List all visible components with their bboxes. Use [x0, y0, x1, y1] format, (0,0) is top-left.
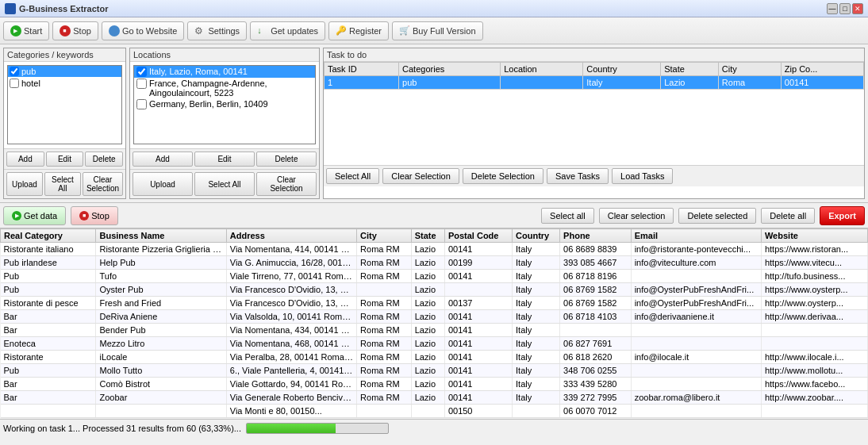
- data-area: Real Category Business Name Address City…: [0, 228, 868, 419]
- data-cell: Oyster Pub: [96, 283, 226, 297]
- locations-upload-button[interactable]: Upload: [133, 172, 193, 196]
- categories-upload-button[interactable]: Upload: [6, 172, 43, 196]
- col-real-category: Real Category: [1, 229, 96, 243]
- tasks-load-tasks-button[interactable]: Load Tasks: [612, 168, 673, 184]
- categories-edit-button[interactable]: Edit: [46, 152, 84, 167]
- close-button[interactable]: ✕: [852, 3, 863, 14]
- gear-icon: ⚙: [194, 25, 205, 36]
- data-row[interactable]: Ristorante di pesceFresh and FriedVia Fr…: [1, 297, 868, 310]
- location-checkbox-0[interactable]: [136, 67, 147, 77]
- location-item-2[interactable]: Germany, Berlin, Berlin, 10409: [134, 98, 315, 110]
- stop-button[interactable]: Stop: [52, 21, 98, 40]
- buy-button[interactable]: 🛒 Buy Full Version: [392, 21, 482, 40]
- categories-clear-selection-button[interactable]: Clear Selection: [83, 172, 123, 196]
- tasks-clear-selection-button[interactable]: Clear Selection: [382, 168, 459, 184]
- data-table-wrap[interactable]: Real Category Business Name Address City…: [0, 228, 868, 419]
- categories-select-all-button[interactable]: Select All: [44, 172, 81, 196]
- location-item-1[interactable]: France, Champagne-Ardenne, Aingoulaincou…: [134, 78, 315, 98]
- location-label-0: Italy, Lazio, Roma, 00141: [149, 67, 248, 76]
- data-cell: 6., Viale Pantelleria, 4, 00141 Roma RM: [226, 364, 356, 378]
- category-item-pub[interactable]: pub: [8, 66, 121, 77]
- data-row[interactable]: PubTufoViale Tirreno, 77, 00141 Roma RMR…: [1, 270, 868, 283]
- maximize-button[interactable]: □: [839, 3, 851, 14]
- data-cell: Comò Bistrot: [96, 378, 226, 391]
- data-row[interactable]: BarBender PubVia Nomentana, 434, 00141 R…: [1, 324, 868, 337]
- action-clear-selection-button[interactable]: Clear selection: [599, 208, 674, 224]
- data-cell: https://www.ristoran...: [761, 243, 867, 256]
- data-row[interactable]: PubOyster PubVia Francesco D'Ovidio, 13,…: [1, 283, 868, 297]
- locations-delete-button[interactable]: Delete: [256, 152, 317, 167]
- tasks-table-wrap[interactable]: Task ID Categories Location Country Stat…: [324, 62, 864, 133]
- action-select-all-button[interactable]: Select all: [541, 208, 594, 224]
- data-cell: Lazio: [411, 337, 444, 351]
- locations-edit-button[interactable]: Edit: [194, 152, 255, 167]
- minimize-button[interactable]: —: [827, 3, 838, 14]
- location-checkbox-2[interactable]: [136, 99, 147, 109]
- data-cell: Via Peralba, 28, 00141 Roma RM: [226, 351, 356, 364]
- start-label: Start: [24, 26, 42, 36]
- cart-icon: 🛒: [399, 25, 410, 36]
- categories-list[interactable]: pub hotel: [7, 65, 122, 144]
- data-row[interactable]: RistoranteiLocaleVia Peralba, 28, 00141 …: [1, 351, 868, 364]
- data-row[interactable]: Via Monti e 80, 00150...0015006 0070 701…: [1, 405, 868, 418]
- category-item-hotel[interactable]: hotel: [8, 78, 121, 89]
- col-state: State: [411, 229, 444, 243]
- register-label: Register: [349, 26, 382, 36]
- action-stop-button[interactable]: ■ Stop: [71, 206, 118, 225]
- action-delete-selected-button[interactable]: Delete selected: [678, 208, 756, 224]
- category-checkbox-hotel[interactable]: [10, 79, 19, 88]
- data-cell: [560, 324, 632, 337]
- data-cell: Roma RM: [357, 364, 412, 378]
- goto-website-button[interactable]: Go to Website: [102, 21, 185, 40]
- tasks-select-all-button[interactable]: Select All: [326, 168, 379, 184]
- category-checkbox-pub[interactable]: [10, 67, 19, 76]
- categories-delete-button[interactable]: Delete: [85, 152, 123, 167]
- data-row[interactable]: Ristorante italianoRistorante Pizzeria G…: [1, 243, 868, 256]
- data-cell: Via G. Animuccia, 16/28, 00199 Roma...: [226, 256, 356, 270]
- location-item-0[interactable]: Italy, Lazio, Roma, 00141: [134, 66, 315, 78]
- data-cell: [631, 270, 761, 283]
- export-button[interactable]: Export: [820, 206, 865, 225]
- locations-panel: Locations Italy, Lazio, Roma, 00141 Fran…: [129, 48, 320, 199]
- data-row[interactable]: EnotecaMezzo LitroVia Nomentana, 468, 00…: [1, 337, 868, 351]
- data-row[interactable]: BarDeRiva AnieneVia Valsolda, 10, 00141 …: [1, 310, 868, 324]
- data-row[interactable]: Pub irlandeseHelp PubVia G. Animuccia, 1…: [1, 256, 868, 270]
- get-data-button[interactable]: ▶ Get data: [3, 206, 66, 225]
- register-button[interactable]: 🔑 Register: [328, 21, 389, 40]
- locations-select-all-button[interactable]: Select All: [194, 172, 255, 196]
- data-row[interactable]: BarComò BistrotViale Gottardo, 94, 00141…: [1, 378, 868, 391]
- categories-add-button[interactable]: Add: [6, 152, 44, 167]
- start-button[interactable]: Start: [3, 21, 49, 40]
- tasks-delete-selection-button[interactable]: Delete Selection: [463, 168, 543, 184]
- data-cell: 00137: [444, 297, 512, 310]
- action-delete-all-button[interactable]: Delete all: [761, 208, 815, 224]
- data-cell: Pub: [1, 270, 96, 283]
- get-updates-button[interactable]: ↓ Get updates: [250, 21, 325, 40]
- action-stop-label: Stop: [91, 211, 109, 221]
- get-updates-label: Get updates: [271, 26, 318, 36]
- data-row[interactable]: PubMollo Tutto6., Viale Pantelleria, 4, …: [1, 364, 868, 378]
- data-cell: [411, 405, 444, 418]
- task-row[interactable]: 1 pub Italy Lazio Roma 00141: [325, 76, 864, 90]
- task-cell-categories: pub: [399, 76, 501, 90]
- data-cell: Italy: [513, 364, 560, 378]
- location-checkbox-1[interactable]: [136, 79, 147, 89]
- settings-button[interactable]: ⚙ Settings: [187, 21, 247, 40]
- col-city: City: [357, 229, 412, 243]
- data-cell: 06 818 2620: [560, 351, 632, 364]
- data-cell: Lazio: [411, 270, 444, 283]
- locations-clear-selection-button[interactable]: Clear Selection: [256, 172, 317, 196]
- locations-list[interactable]: Italy, Lazio, Roma, 00141 France, Champa…: [133, 65, 316, 144]
- tasks-save-tasks-button[interactable]: Save Tasks: [547, 168, 609, 184]
- data-cell: http://www.oysterp...: [761, 297, 867, 310]
- globe-icon: [109, 25, 120, 36]
- tasks-table: Task ID Categories Location Country Stat…: [324, 62, 864, 90]
- data-cell: Ristorante Pizzeria Griglieria Ponte Vec…: [96, 243, 226, 256]
- data-cell: Lazio: [411, 391, 444, 405]
- get-data-label: Get data: [24, 211, 57, 221]
- data-cell: info@ilocale.it: [631, 351, 761, 364]
- data-cell: 06 0070 7012: [560, 405, 632, 418]
- locations-add-button[interactable]: Add: [133, 152, 193, 167]
- data-row[interactable]: BarZoobarVia Generale Roberto Bencivenga…: [1, 391, 868, 405]
- col-website: Website: [761, 229, 867, 243]
